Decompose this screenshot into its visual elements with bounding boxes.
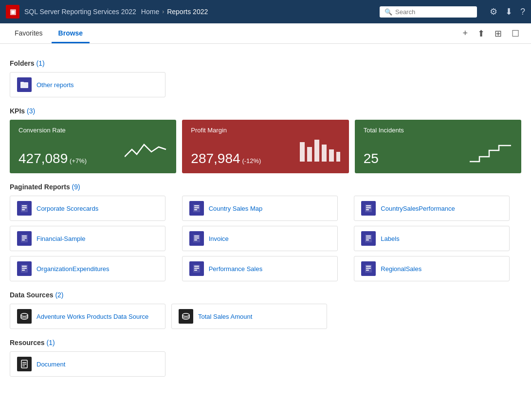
detail-view-button[interactable]: ☐ xyxy=(508,25,523,42)
help-icon[interactable]: ? xyxy=(520,7,525,17)
resources-label: Resources xyxy=(10,339,45,347)
report-label-country-map: Country Sales Map xyxy=(209,205,263,212)
report-icon xyxy=(17,261,32,276)
folder-icon xyxy=(17,77,32,92)
kpi-value-incidents: 25 xyxy=(364,151,379,166)
resources-section-header: Resources (1) xyxy=(10,339,521,347)
svg-rect-39 xyxy=(194,270,197,271)
datasources-section-header: Data Sources (2) xyxy=(10,291,521,299)
report-corporate-scorecards[interactable]: Corporate Scorecards xyxy=(10,196,165,221)
report-label-org-exp: OrganizationExpenditures xyxy=(37,265,110,273)
svg-rect-49 xyxy=(22,365,25,366)
datasource-adventure-works[interactable]: Adventure Works Products Data Source xyxy=(10,304,165,329)
svg-rect-23 xyxy=(22,239,25,240)
report-organization-expenditures[interactable]: OrganizationExpenditures xyxy=(10,256,165,281)
svg-rect-29 xyxy=(366,236,371,237)
report-country-sales-map[interactable]: Country Sales Map xyxy=(182,196,338,221)
svg-rect-18 xyxy=(366,207,371,208)
report-icon xyxy=(189,231,204,246)
kpi-change-conversion: (+7%) xyxy=(70,157,87,164)
search-box[interactable]: 🔍 xyxy=(380,6,477,18)
svg-rect-30 xyxy=(366,237,371,238)
paginated-label: Paginated Reports xyxy=(10,183,70,191)
report-invoice[interactable]: Invoice xyxy=(182,226,338,251)
kpi-card-profit-margin[interactable]: Profit Margin 287,984 (-12%) xyxy=(182,120,348,173)
kpi-title-profit: Profit Margin xyxy=(191,127,340,134)
paginated-reports-grid: Corporate Scorecards Country Sales Map xyxy=(10,196,521,281)
settings-icon[interactable]: ⚙ xyxy=(490,6,497,17)
header: ▣ SQL Server Reporting Services 2022 Hom… xyxy=(0,0,531,23)
svg-rect-26 xyxy=(194,237,199,238)
tab-favorites[interactable]: Favorites xyxy=(8,23,50,43)
folders-section-header: Folders (1) xyxy=(10,59,521,67)
kpi-card-total-incidents[interactable]: Total Incidents 25 xyxy=(355,120,521,173)
report-icon xyxy=(17,201,32,216)
svg-rect-19 xyxy=(366,209,369,210)
svg-rect-27 xyxy=(194,239,197,240)
report-country-sales-performance[interactable]: CountrySalesPerformance xyxy=(354,196,510,221)
kpi-title-incidents: Total Incidents xyxy=(364,127,513,134)
report-financial-sample[interactable]: Financial-Sample xyxy=(10,226,165,251)
breadcrumb-current: Reports 2022 xyxy=(167,8,208,16)
search-icon: 🔍 xyxy=(385,8,392,16)
svg-rect-43 xyxy=(366,270,369,271)
datasources-label: Data Sources xyxy=(10,291,53,299)
breadcrumb-home[interactable]: Home xyxy=(141,8,159,16)
datasource-total-sales[interactable]: Total Sales Amount xyxy=(171,304,327,329)
report-labels[interactable]: Labels xyxy=(354,226,510,251)
svg-rect-31 xyxy=(366,239,369,240)
paginated-count: (9) xyxy=(72,183,80,191)
report-icon xyxy=(189,261,204,276)
svg-rect-35 xyxy=(22,270,25,271)
kpi-value-conversion: 427,089 xyxy=(18,151,68,166)
folders-count: (1) xyxy=(36,59,44,67)
svg-rect-4 xyxy=(314,140,319,162)
svg-rect-41 xyxy=(366,266,371,267)
datasource-icon xyxy=(179,309,193,324)
svg-rect-42 xyxy=(366,268,371,269)
tab-browse[interactable]: Browse xyxy=(52,23,90,43)
folder-item-other-reports[interactable]: Other reports xyxy=(10,72,165,97)
kpi-card-conversion-rate[interactable]: Conversion Rate 427,089 (+7%) xyxy=(10,120,176,173)
folder-item-label: Other reports xyxy=(37,81,74,89)
main-content: Folders (1) Other reports KPIs (3) Conve… xyxy=(0,44,531,384)
svg-rect-5 xyxy=(322,145,327,162)
upload-button[interactable]: ⬆ xyxy=(474,25,489,42)
breadcrumb: Home › Reports 2022 xyxy=(141,8,208,16)
app-logo: ▣ xyxy=(6,5,19,18)
kpis-grid: Conversion Rate 427,089 (+7%) Profit Mar… xyxy=(10,120,521,173)
resource-document[interactable]: Document xyxy=(10,351,165,377)
app-title: SQL Server Reporting Services 2022 xyxy=(24,8,136,16)
download-icon[interactable]: ⬇ xyxy=(505,6,513,17)
search-input[interactable] xyxy=(395,8,472,16)
svg-rect-34 xyxy=(22,268,27,269)
kpi-chart-profit xyxy=(297,137,341,165)
datasource-icon xyxy=(17,309,32,324)
svg-rect-14 xyxy=(194,207,199,208)
add-button[interactable]: + xyxy=(458,25,472,41)
report-regional-sales[interactable]: RegionalSales xyxy=(354,256,510,281)
resources-count: (1) xyxy=(46,339,55,347)
paginated-section-header: Paginated Reports (9) xyxy=(10,183,521,191)
svg-rect-7 xyxy=(336,152,340,162)
kpis-label: KPIs xyxy=(10,107,25,115)
report-icon xyxy=(189,201,204,216)
report-performance-sales[interactable]: Performance Sales xyxy=(182,256,338,281)
svg-rect-48 xyxy=(22,364,26,365)
kpi-value-profit: 287,984 xyxy=(191,151,240,166)
kpi-title-conversion: Conversion Rate xyxy=(18,127,167,134)
resource-icon xyxy=(17,357,32,371)
svg-point-44 xyxy=(21,313,28,316)
svg-rect-47 xyxy=(22,362,26,363)
svg-rect-37 xyxy=(194,266,199,267)
tabs-bar: Favorites Browse + ⬆ ⊞ ☐ xyxy=(0,23,531,44)
svg-rect-13 xyxy=(194,205,199,206)
report-label-country-perf: CountrySalesPerformance xyxy=(381,205,455,212)
grid-view-button[interactable]: ⊞ xyxy=(491,25,506,42)
header-action-icons: ⚙ ⬇ ? xyxy=(490,6,525,17)
svg-rect-38 xyxy=(194,268,199,269)
report-label-labels: Labels xyxy=(381,235,399,242)
report-icon xyxy=(361,201,376,216)
logo-icon: ▣ xyxy=(10,8,16,16)
kpis-count: (3) xyxy=(27,107,35,115)
